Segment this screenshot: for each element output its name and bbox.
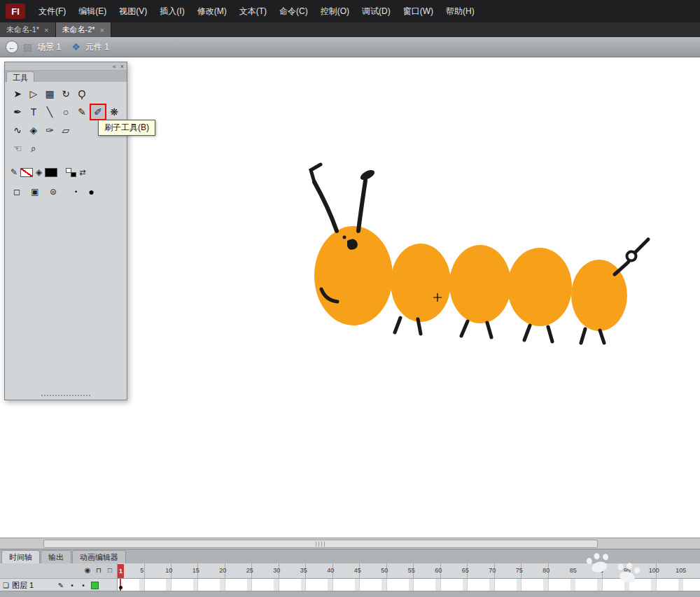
lock-icon[interactable]: ⊓ <box>93 566 104 574</box>
document-tab-1[interactable]: 未命名-1* × <box>0 22 56 37</box>
swap-colors-icon[interactable]: ⇄ <box>79 168 85 177</box>
layer-page-icon: ❏ <box>3 582 9 589</box>
menu-item-commands[interactable]: 命令(C) <box>273 0 314 22</box>
flash-application-window: Fl 文件(F) 编辑(E) 视图(V) 插入(I) 修改(M) 文本(T) 命… <box>0 0 700 597</box>
tool-hand[interactable]: ☜ <box>10 141 25 156</box>
back-button[interactable]: ← <box>6 41 18 53</box>
caterpillar-tail <box>615 239 648 274</box>
fill-color-swatch[interactable] <box>45 168 57 177</box>
close-panel-icon[interactable]: × <box>120 63 124 70</box>
menu-item-insert[interactable]: 插入(I) <box>153 0 190 22</box>
close-icon[interactable]: × <box>100 26 104 34</box>
frame-ruler-number[interactable]: 105 <box>674 567 688 574</box>
antenna-tip <box>359 168 377 182</box>
outline-icon[interactable]: □ <box>104 566 115 574</box>
brush-mode-button[interactable]: ⊜ <box>47 185 59 198</box>
tool-pencil[interactable]: ✎ <box>74 104 90 120</box>
frame-ruler-number[interactable]: 40 <box>323 567 337 574</box>
collapse-panel-icon[interactable]: « <box>113 63 116 70</box>
horizontal-scrollbar[interactable] <box>0 538 700 549</box>
tool-paint-bucket[interactable]: ◈ <box>26 122 41 138</box>
tool-selection[interactable]: ➤ <box>10 86 25 101</box>
frame-ruler-number[interactable]: 25 <box>243 567 257 574</box>
breadcrumb-symbol-label[interactable]: 元件 1 <box>85 41 109 53</box>
tool-pen[interactable]: ✒ <box>10 104 25 120</box>
layer-editing-pencil-icon: ✎ <box>55 582 66 589</box>
color-controls: ✎ ◈ ⇄ <box>5 159 127 177</box>
tool-deco[interactable]: ❋ <box>106 104 122 120</box>
tools-panel-titlebar[interactable]: « × <box>5 62 127 71</box>
layer-lock-dot[interactable]: • <box>78 582 89 589</box>
close-icon[interactable]: × <box>44 26 48 34</box>
document-tab-1-label: 未命名-1* <box>6 24 39 35</box>
tab-motion-editor[interactable]: 动画编辑器 <box>72 550 126 563</box>
frame-ruler-number[interactable]: 55 <box>405 567 419 574</box>
tool-oval[interactable]: ○ <box>58 104 74 120</box>
panel-resize-grip[interactable] <box>41 395 90 396</box>
frame-ruler-number[interactable]: 75 <box>512 567 526 574</box>
menu-item-control[interactable]: 控制(O) <box>314 0 356 22</box>
menu-item-modify[interactable]: 修改(M) <box>191 0 233 22</box>
stroke-color-swatch[interactable] <box>20 168 33 177</box>
brush-tool-tooltip: 刷子工具(B) <box>98 120 155 136</box>
app-logo[interactable]: Fl <box>6 3 25 19</box>
layer-visibility-dot[interactable]: • <box>66 582 78 589</box>
frame-ruler-number[interactable]: 80 <box>539 567 553 574</box>
tool-eyedropper[interactable]: ✑ <box>42 122 57 138</box>
frame-ruler-number[interactable]: 30 <box>270 567 284 574</box>
timeline-frames-column: 1 51015202530354045505560657075808590951… <box>118 563 700 591</box>
tool-subselection[interactable]: ▷ <box>26 86 41 101</box>
frame-ruler-number[interactable]: 65 <box>458 567 472 574</box>
brush-size-select[interactable]: • <box>75 188 77 195</box>
frame-ruler-number[interactable]: 20 <box>216 567 230 574</box>
tools-panel-title[interactable]: 工具 <box>6 71 34 82</box>
tool-3d-rotation[interactable]: ↻ <box>58 86 74 101</box>
frame-ruler-number[interactable]: 5 <box>135 567 149 574</box>
frame-ruler-number[interactable]: 10 <box>162 567 176 574</box>
menu-item-file[interactable]: 文件(F) <box>32 0 72 22</box>
menu-item-edit[interactable]: 编辑(E) <box>72 0 113 22</box>
frame-ruler-number[interactable]: 50 <box>377 567 391 574</box>
layer-row[interactable]: ❏ 图层 1 ✎ • • <box>0 579 117 591</box>
black-swatch-icon <box>71 172 76 177</box>
frame-ruler-number[interactable]: 100 <box>647 567 661 574</box>
frame-ruler-number[interactable]: 85 <box>566 567 580 574</box>
frame-ruler-number[interactable]: 60 <box>431 567 445 574</box>
tool-brush[interactable]: ✐ <box>90 104 106 120</box>
playhead[interactable]: 1 <box>118 564 124 578</box>
frame-ruler-number[interactable]: 35 <box>297 567 311 574</box>
frame-ruler-number[interactable]: 70 <box>485 567 499 574</box>
breadcrumb-scene-label[interactable]: 场景 1 <box>37 41 61 53</box>
menu-item-text[interactable]: 文本(T) <box>233 0 273 22</box>
layer-outline-color-swatch[interactable] <box>91 582 99 589</box>
tool-free-transform[interactable]: ▦ <box>42 86 57 101</box>
frame-ruler[interactable]: 1 51015202530354045505560657075808590951… <box>118 563 700 579</box>
lock-fill-button[interactable]: ▣ <box>29 185 41 198</box>
menu-item-view[interactable]: 视图(V) <box>113 0 153 22</box>
tool-eraser[interactable]: ▱ <box>58 122 74 138</box>
frame-ruler-number[interactable]: 90 <box>593 567 607 574</box>
tab-output[interactable]: 输出 <box>41 550 71 563</box>
tool-line[interactable]: ╲ <box>42 104 57 120</box>
frames-grid[interactable] <box>118 579 700 591</box>
frame-ruler-number[interactable]: 45 <box>351 567 365 574</box>
timeline-bottom-strip <box>0 591 700 597</box>
black-white-colors-button[interactable] <box>66 168 76 177</box>
object-drawing-button[interactable]: ◻ <box>10 185 23 198</box>
menu-item-help[interactable]: 帮助(H) <box>440 0 481 22</box>
frame-ruler-number[interactable]: 15 <box>189 567 203 574</box>
show-hide-eye-icon[interactable]: ◉ <box>82 566 93 574</box>
tools-panel-tab-row: 工具 <box>5 71 127 82</box>
tool-text[interactable]: T <box>26 104 41 120</box>
horizontal-scrollbar-thumb[interactable] <box>43 540 598 548</box>
layer-name[interactable]: 图层 1 <box>12 580 55 591</box>
tool-bone[interactable]: ∿ <box>10 122 25 138</box>
tool-lasso[interactable]: Ϙ <box>74 86 90 101</box>
document-tab-2[interactable]: 未命名-2* × <box>56 22 112 37</box>
tab-timeline[interactable]: 时间轴 <box>1 550 40 563</box>
tool-zoom[interactable]: ⌕ <box>26 141 41 156</box>
menu-item-debug[interactable]: 调试(D) <box>356 0 397 22</box>
frame-ruler-number[interactable]: 95 <box>620 567 634 574</box>
menu-item-window[interactable]: 窗口(W) <box>397 0 440 22</box>
brush-shape-select[interactable]: ● <box>88 186 94 197</box>
